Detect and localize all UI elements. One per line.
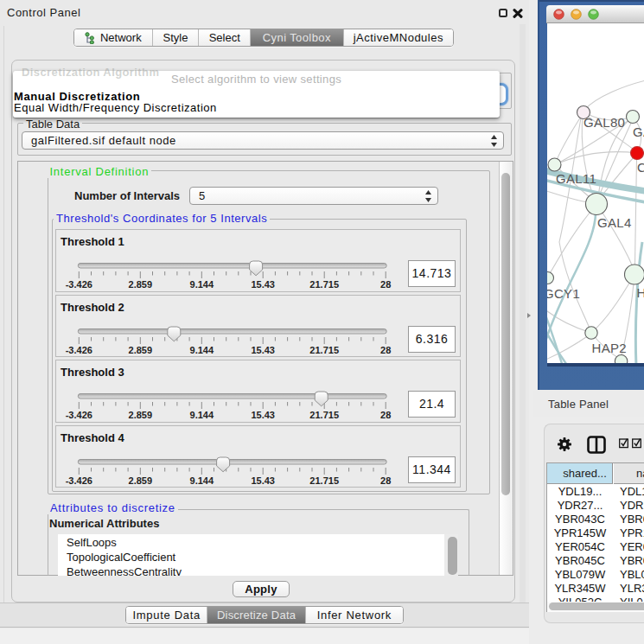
svg-text:GAL11: GAL11	[556, 171, 596, 186]
svg-text:GCY1: GCY1	[547, 286, 580, 301]
svg-text:GAL80: GAL80	[583, 115, 625, 130]
svg-text:GAL4: GAL4	[597, 215, 632, 230]
svg-text:HAP2: HAP2	[592, 341, 627, 355]
svg-text:CDC19: CDC19	[637, 160, 644, 175]
svg-text:GAL2: GAL2	[633, 124, 644, 139]
svg-text:HIS4: HIS4	[637, 285, 644, 300]
